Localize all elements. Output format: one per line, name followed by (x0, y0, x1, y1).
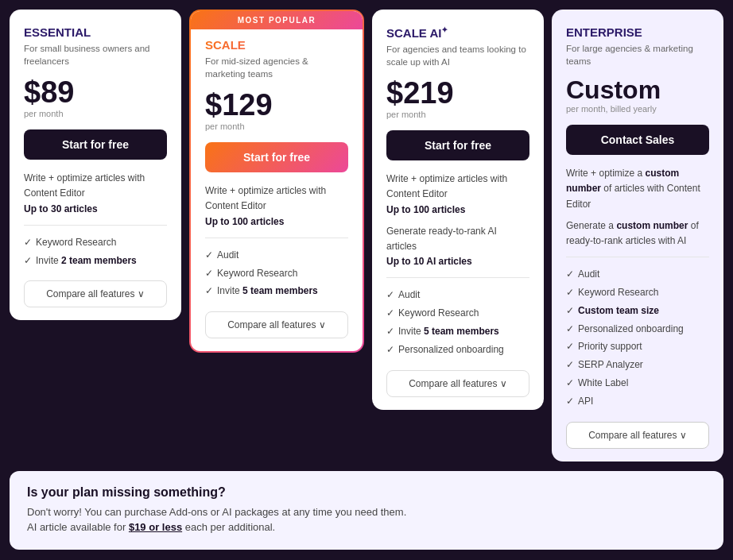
plan-essential-per-month: per month (24, 109, 167, 118)
list-item: ✓Audit (205, 246, 348, 265)
scale-ai-feature-list: ✓Audit ✓Keyword Research ✓Invite 5 team … (386, 286, 529, 358)
enterprise-cta-button[interactable]: Contact Sales (566, 125, 709, 155)
list-item: ✓Personalized onboarding (566, 320, 709, 338)
list-item: ✓SERP Analyzer (566, 356, 709, 374)
scale-compare-button[interactable]: Compare all features ∨ (205, 311, 348, 338)
list-item: ✓Personalized onboarding (386, 341, 529, 359)
plan-enterprise-desc: For large agencies & marketing teams (566, 42, 709, 68)
scale-ai-feature-text: Write + optimize articles with Content E… (386, 172, 529, 218)
plan-essential: ESSENTIAL For small business owners and … (10, 10, 181, 320)
plan-essential-desc: For small business owners and freelancer… (24, 42, 167, 68)
enterprise-feature-text1: Write + optimize a custom number of arti… (566, 166, 709, 212)
scale-feature-list: ✓Audit ✓Keyword Research ✓Invite 5 team … (205, 246, 348, 300)
list-item: ✓Priority support (566, 338, 709, 356)
plan-scale-ai-price: $219 (386, 78, 529, 108)
list-item: ✓Audit (566, 265, 709, 284)
popular-badge: MOST POPULAR (191, 11, 363, 29)
plan-scale-ai-desc: For agencies and teams looking to scale … (386, 43, 529, 68)
plan-scale-name: SCALE (205, 38, 348, 52)
bottom-banner-link[interactable]: $19 or less (129, 521, 182, 533)
list-item: ✓Keyword Research (386, 304, 529, 322)
list-item: ✓White Label (566, 374, 709, 392)
essential-cta-button[interactable]: Start for free (24, 129, 167, 160)
scale-feature-text: Write + optimize articles with Content E… (205, 183, 348, 230)
enterprise-compare-button[interactable]: Compare all features ∨ (566, 422, 709, 449)
essential-compare-button[interactable]: Compare all features ∨ (24, 280, 167, 307)
plan-scale-ai: SCALE AI✦ For agencies and teams looking… (372, 10, 544, 410)
enterprise-feature-list: ✓Audit ✓Keyword Research ✓Custom team si… (566, 265, 709, 410)
list-item: ✓Invite 5 team members (386, 322, 529, 341)
plans-container: ESSENTIAL For small business owners and … (10, 10, 723, 462)
plan-enterprise-price: Custom (566, 77, 709, 102)
plan-essential-price: $89 (24, 77, 167, 107)
essential-feature-list: ✓Keyword Research ✓Invite 2 team members (24, 234, 167, 270)
scale-ai-compare-button[interactable]: Compare all features ∨ (386, 370, 529, 397)
plan-enterprise-per-month: per month, billed yearly (566, 104, 709, 114)
list-item: ✓Keyword Research (24, 234, 167, 252)
scale-cta-button[interactable]: Start for free (205, 142, 348, 172)
plan-scale-ai-per-month: per month (386, 110, 529, 119)
bottom-banner: Is your plan missing something? Don't wo… (10, 471, 723, 550)
list-item: ✓Custom team size (566, 302, 709, 320)
list-item: ✓Invite 5 team members (205, 282, 348, 300)
essential-feature-text: Write + optimize articles with Content E… (24, 171, 167, 217)
list-item: ✓Invite 2 team members (24, 252, 167, 270)
list-item: ✓Audit (386, 286, 529, 304)
plan-scale-price: $129 (205, 90, 348, 120)
plan-enterprise-name: ENTERPRISE (566, 25, 709, 39)
bottom-banner-text: Don't worry! You can purchase Add-ons or… (27, 504, 706, 535)
list-item: ✓API (566, 392, 709, 411)
plan-scale-desc: For mid-sized agencies & marketing teams (205, 55, 348, 80)
bottom-banner-title: Is your plan missing something? (27, 485, 706, 500)
list-item: ✓Keyword Research (205, 265, 348, 283)
enterprise-feature-text2: Generate a custom number of ready-to-ran… (566, 218, 709, 249)
plan-scale-per-month: per month (205, 122, 348, 131)
plan-scale: MOST POPULAR SCALE For mid-sized agencie… (189, 10, 364, 353)
scale-ai-cta-button[interactable]: Start for free (386, 130, 529, 160)
scale-ai-feature-text2: Generate ready-to-rank AI articlesUp to … (386, 224, 529, 270)
plan-essential-name: ESSENTIAL (24, 25, 167, 39)
plan-enterprise: ENTERPRISE For large agencies & marketin… (552, 10, 723, 462)
list-item: ✓Keyword Research (566, 284, 709, 302)
plan-scale-ai-name: SCALE AI✦ (386, 25, 529, 40)
